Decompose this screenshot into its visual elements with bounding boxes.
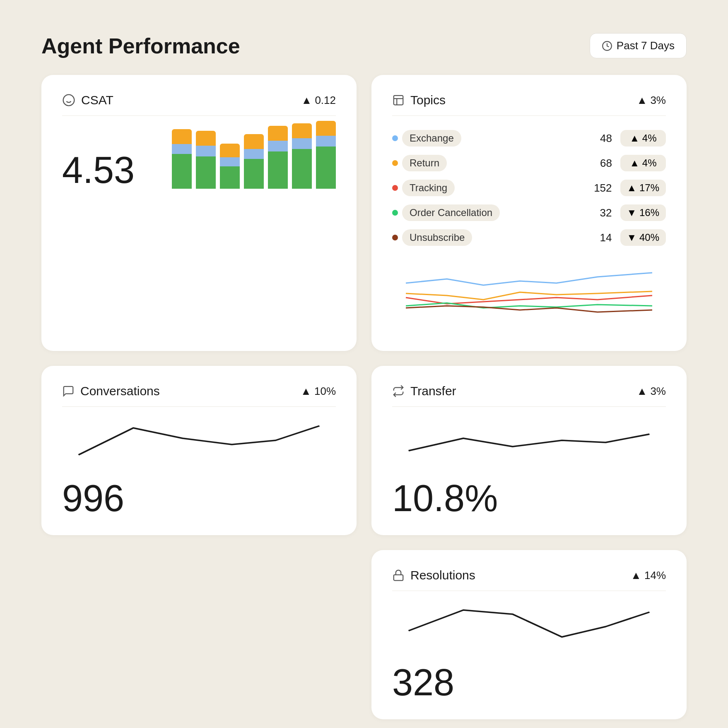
topic-dot — [392, 235, 398, 240]
bar-segment — [220, 144, 240, 158]
topic-row: Order Cancellation32▼ 16% — [392, 200, 666, 225]
bar-stack — [244, 134, 264, 189]
page-title: Agent Performance — [41, 34, 240, 58]
exchange-line — [406, 273, 652, 285]
topics-list: Exchange48▲ 4%Return68▲ 4%Tracking152▲ 1… — [392, 126, 666, 250]
resolutions-header: Resolutions ▲ 14% — [392, 568, 666, 591]
svg-rect-4 — [394, 96, 403, 105]
bar-segment — [268, 126, 288, 141]
csat-label: CSAT — [81, 93, 113, 107]
topic-change: ▲ 17% — [620, 180, 666, 196]
bar-segment — [268, 151, 288, 189]
clock-icon — [602, 41, 612, 51]
conversations-svg — [62, 413, 336, 467]
transfer-chart — [392, 413, 666, 467]
resolutions-title: Resolutions — [392, 568, 475, 582]
topics-svg — [392, 258, 666, 333]
bar-stack — [172, 129, 192, 189]
transfer-card: Transfer ▲ 3% 10.8% — [371, 366, 687, 535]
bar-stack — [292, 123, 312, 189]
topics-line-chart — [392, 258, 666, 333]
transfer-header: Transfer ▲ 3% — [392, 384, 666, 407]
bar-segment — [220, 166, 240, 189]
bar-segment — [292, 123, 312, 138]
bar-segment — [316, 147, 336, 189]
svg-point-1 — [63, 95, 75, 106]
conversations-badge: ▲ 10% — [301, 385, 336, 398]
resolutions-badge: ▲ 14% — [631, 569, 666, 582]
bar-segment — [196, 156, 216, 189]
conversations-card: Conversations ▲ 10% 996 — [41, 366, 357, 535]
topic-dot — [392, 185, 398, 191]
bar-stack — [316, 121, 336, 189]
bar-segment — [292, 138, 312, 149]
topic-label: Order Cancellation — [392, 204, 579, 221]
resolutions-card: Resolutions ▲ 14% 328 — [371, 550, 687, 719]
topic-dot — [392, 135, 398, 141]
bar-segment — [172, 129, 192, 144]
topic-label: Exchange — [392, 130, 579, 147]
topic-change: ▲ 4% — [620, 155, 666, 171]
bar-group — [172, 129, 192, 189]
topics-header: Topics ▲ 3% — [392, 93, 666, 116]
bar-group — [268, 126, 288, 189]
topics-title: Topics — [392, 93, 446, 107]
resolutions-chart — [392, 598, 666, 651]
topic-count: 14 — [579, 231, 612, 244]
bar-stack — [268, 126, 288, 189]
bar-segment — [316, 121, 336, 136]
topics-icon — [392, 94, 405, 106]
resolutions-line — [409, 610, 650, 637]
transfer-title: Transfer — [392, 384, 456, 398]
csat-bar-chart — [172, 123, 336, 189]
resolutions-label: Resolutions — [410, 568, 475, 582]
topic-count: 32 — [579, 207, 612, 219]
bar-group — [220, 144, 240, 189]
csat-title: CSAT — [62, 93, 113, 107]
topic-dot — [392, 160, 398, 166]
bar-segment — [196, 146, 216, 156]
conversations-chart — [62, 413, 336, 467]
bar-segment — [244, 134, 264, 149]
bar-segment — [316, 136, 336, 147]
bar-segment — [292, 149, 312, 189]
topic-name-pill: Tracking — [402, 180, 455, 196]
csat-card: CSAT ▲ 0.12 4.53 — [41, 75, 357, 351]
topic-count: 48 — [579, 132, 612, 145]
conversations-title: Conversations — [62, 384, 160, 398]
transfer-label: Transfer — [410, 384, 456, 398]
date-filter-label: Past 7 Days — [617, 39, 675, 52]
topic-row: Exchange48▲ 4% — [392, 126, 666, 151]
conversations-header: Conversations ▲ 10% — [62, 384, 336, 407]
csat-value: 4.53 — [62, 151, 135, 189]
topic-change: ▼ 16% — [620, 204, 666, 221]
bar-group — [196, 131, 216, 189]
lock-icon — [392, 569, 405, 581]
bar-segment — [172, 144, 192, 154]
topic-row: Unsubscribe14▼ 40% — [392, 225, 666, 250]
smile-icon — [62, 94, 75, 107]
transfer-badge: ▲ 3% — [636, 385, 666, 398]
chat-icon — [62, 385, 75, 397]
topic-count: 152 — [579, 182, 612, 195]
topic-label: Return — [392, 155, 579, 171]
svg-rect-7 — [394, 575, 403, 581]
date-filter-button[interactable]: Past 7 Days — [590, 33, 687, 58]
conversations-value: 996 — [62, 480, 336, 517]
topics-card: Topics ▲ 3% Exchange48▲ 4%Return68▲ 4%Tr… — [371, 75, 687, 351]
bar-segment — [268, 141, 288, 151]
conversations-line — [79, 426, 320, 455]
bar-stack — [196, 131, 216, 189]
csat-badge: ▲ 0.12 — [301, 94, 336, 107]
topic-row: Tracking152▲ 17% — [392, 175, 666, 200]
topic-label: Unsubscribe — [392, 229, 579, 246]
dashboard-grid: CSAT ▲ 0.12 4.53 Topics ▲ 3% — [41, 75, 687, 719]
tracking-line — [406, 296, 652, 304]
topic-name-pill: Order Cancellation — [402, 204, 500, 221]
transfer-svg — [392, 413, 666, 467]
csat-body: 4.53 — [62, 123, 336, 189]
transfer-value: 10.8% — [392, 480, 666, 517]
bar-group — [316, 121, 336, 189]
topic-label: Tracking — [392, 180, 579, 196]
conversations-label: Conversations — [80, 384, 160, 398]
